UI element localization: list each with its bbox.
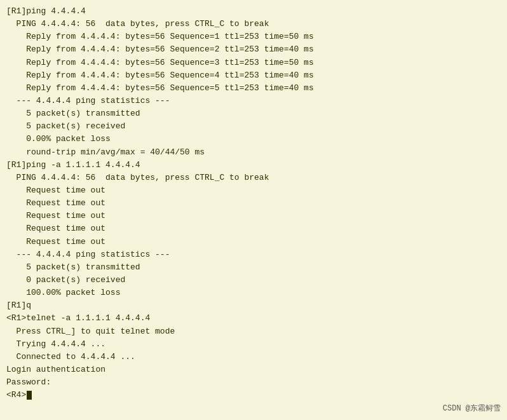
terminal-line: round-trip min/avg/max = 40/44/50 ms <box>6 146 501 159</box>
terminal-line: Request time out <box>6 210 501 222</box>
terminal-line: --- 4.4.4.4 ping statistics --- <box>6 95 501 107</box>
terminal-line: 5 packet(s) received <box>6 120 501 133</box>
terminal-line: 100.00% packet loss <box>6 287 501 299</box>
terminal-line: Request time out <box>6 236 501 248</box>
terminal-line: Login authentication <box>6 363 501 376</box>
terminal-window: [R1]ping 4.4.4.4 PING 4.4.4.4: 56 data b… <box>0 0 507 420</box>
terminal-line: [R1]ping 4.4.4.4 <box>6 5 501 18</box>
terminal-line: [R1]q <box>6 299 501 312</box>
terminal-line: Request time out <box>6 184 501 197</box>
terminal-line: 0.00% packet loss <box>6 133 501 146</box>
watermark: CSDN @东霜鲟雪 <box>443 403 501 414</box>
terminal-line: PING 4.4.4.4: 56 data bytes, press CTRL_… <box>6 172 501 184</box>
terminal-line: Reply from 4.4.4.4: bytes=56 Sequence=1 … <box>6 30 501 43</box>
terminal-line: <R4> <box>6 389 501 402</box>
terminal-output: [R1]ping 4.4.4.4 PING 4.4.4.4: 56 data b… <box>6 5 501 402</box>
terminal-line: 5 packet(s) transmitted <box>6 107 501 120</box>
terminal-line: Request time out <box>6 222 501 235</box>
terminal-line: Request time out <box>6 197 501 210</box>
terminal-line: Reply from 4.4.4.4: bytes=56 Sequence=3 … <box>6 57 501 69</box>
terminal-line: Reply from 4.4.4.4: bytes=56 Sequence=2 … <box>6 43 501 56</box>
terminal-line: Connected to 4.4.4.4 ... <box>6 351 501 363</box>
terminal-line: Trying 4.4.4.4 ... <box>6 338 501 351</box>
terminal-line: Password: <box>6 376 501 389</box>
terminal-line: Reply from 4.4.4.4: bytes=56 Sequence=5 … <box>6 82 501 95</box>
terminal-line: [R1]ping -a 1.1.1.1 4.4.4.4 <box>6 159 501 172</box>
terminal-line: PING 4.4.4.4: 56 data bytes, press CTRL_… <box>6 18 501 30</box>
terminal-line: --- 4.4.4.4 ping statistics --- <box>6 248 501 261</box>
terminal-line: Press CTRL_] to quit telnet mode <box>6 325 501 338</box>
terminal-line: 5 packet(s) transmitted <box>6 261 501 274</box>
terminal-line: Reply from 4.4.4.4: bytes=56 Sequence=4 … <box>6 69 501 82</box>
terminal-line: 0 packet(s) received <box>6 274 501 287</box>
terminal-cursor <box>27 391 32 400</box>
terminal-line: <R1>telnet -a 1.1.1.1 4.4.4.4 <box>6 312 501 325</box>
